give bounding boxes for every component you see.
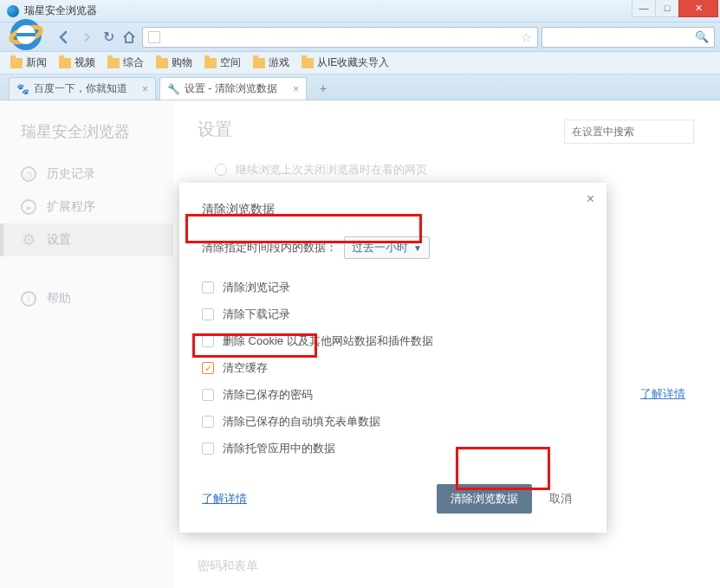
forward-button[interactable] [76,27,97,48]
search-icon[interactable]: 🔍 [695,30,709,43]
bookmark-item[interactable]: 从IE收藏夹导入 [302,55,389,70]
option-label: 清空缓存 [223,360,268,376]
address-input[interactable] [165,31,516,43]
page-heading: 设置 [198,118,232,141]
option-label: 清除已保存的密码 [223,387,313,403]
checkbox-icon[interactable] [202,443,214,455]
wrench-icon: 🔧 [167,83,179,95]
option-passwords[interactable]: 清除已保存的密码 [202,384,584,406]
sidebar-item-history[interactable]: ◷历史记录 [0,158,173,191]
folder-icon [253,58,265,68]
modal-title: 清除浏览数据 [202,202,584,217]
bookmark-label: 综合 [123,55,144,70]
startup-option-row[interactable]: 继续浏览上次关闭浏览器时在看的网页 [215,162,696,178]
option-label: 清除已保存的自动填充表单数据 [223,414,380,430]
toolbar: ↻ ☆ 🔍 [0,23,720,52]
folder-icon [204,58,217,68]
search-bar[interactable]: 🔍 [542,27,715,48]
dropdown-value: 过去一小时 [352,240,408,255]
sidebar-item-settings[interactable]: ⚙设置 [0,223,173,256]
option-autofill[interactable]: 清除已保存的自动填充表单数据 [202,410,584,433]
option-label: 清除浏览记录 [223,280,290,295]
sidebar-item-label: 扩展程序 [47,199,95,215]
checkbox-icon[interactable] [202,389,214,401]
puzzle-icon: ▸ [21,199,36,215]
option-download-history[interactable]: 清除下载记录 [202,303,584,326]
page-icon [148,31,160,43]
option-label: 清除托管应用中的数据 [223,441,335,456]
radio-icon[interactable] [215,164,227,176]
option-label: 删除 Cookie 以及其他网站数据和插件数据 [223,333,433,349]
address-bar[interactable]: ☆ [142,27,538,48]
option-label: 继续浏览上次关闭浏览器时在看的网页 [236,162,427,178]
bookmarks-bar: 新闻 视频 综合 购物 空间 游戏 从IE收藏夹导入 [0,52,720,74]
time-range-dropdown[interactable]: 过去一小时 ▼ [344,236,430,259]
bookmark-item[interactable]: 游戏 [253,55,289,70]
learn-more-link[interactable]: 了解详情 [202,491,247,507]
checkbox-icon[interactable] [202,335,214,347]
sidebar-item-extensions[interactable]: ▸扩展程序 [0,191,173,223]
bookmark-label: 购物 [172,55,192,70]
tab-close-icon[interactable]: × [135,83,148,95]
back-button[interactable] [54,27,75,48]
bookmark-item[interactable]: 购物 [156,55,192,70]
sidebar: 瑞星安全浏览器 ◷历史记录 ▸扩展程序 ⚙设置 i帮助 [0,100,173,588]
time-range-label: 清除指定时间段内的数据： [202,240,337,255]
checkbox-icon[interactable] [202,416,214,428]
titlebar: 瑞星安全浏览器 — □ ✕ [0,0,720,23]
cancel-button[interactable]: 取消 [537,484,584,514]
checkbox-icon[interactable] [202,308,214,320]
browser-logo-icon [7,16,45,54]
folder-icon [156,58,168,68]
bookmark-item[interactable]: 视频 [59,55,95,70]
home-button[interactable] [120,28,139,47]
sidebar-item-label: 设置 [47,232,71,248]
folder-icon [302,58,314,68]
clock-icon: ◷ [21,166,36,182]
option-cookies[interactable]: 删除 Cookie 以及其他网站数据和插件数据 [202,330,584,352]
time-range-row: 清除指定时间段内的数据： 过去一小时 ▼ [202,231,584,264]
app-title: 瑞星安全浏览器 [24,3,632,18]
learn-more-link[interactable]: 了解详情 [640,386,685,402]
option-browsing-history[interactable]: 清除浏览记录 [202,276,584,299]
new-tab-button[interactable]: + [312,79,334,98]
minimize-button[interactable]: — [632,0,656,17]
search-input[interactable] [548,31,695,43]
info-icon: i [21,291,36,307]
favorite-star-icon[interactable]: ☆ [521,30,532,44]
bookmark-item[interactable]: 空间 [204,55,241,70]
bookmark-item[interactable]: 综合 [107,55,144,70]
window-controls: — □ ✕ [632,0,718,17]
clear-data-button[interactable]: 清除浏览数据 [437,484,532,514]
clear-data-modal: × 清除浏览数据 清除指定时间段内的数据： 过去一小时 ▼ 清除浏览记录 清除下… [179,183,606,533]
sidebar-title: 瑞星安全浏览器 [0,113,173,158]
tab-close-icon[interactable]: × [286,83,299,95]
baidu-paw-icon: 🐾 [16,83,29,95]
bookmark-label: 从IE收藏夹导入 [317,55,389,70]
tab-label: 设置 - 清除浏览数据 [185,81,277,96]
content-area: 瑞星安全浏览器 ◷历史记录 ▸扩展程序 ⚙设置 i帮助 设置 继续浏览上次关闭浏… [0,100,720,588]
refresh-button[interactable]: ↻ [99,28,118,47]
folder-icon [107,58,120,68]
checkbox-icon[interactable] [202,281,214,294]
settings-search-input[interactable] [564,120,694,144]
folder-icon [10,58,23,68]
modal-close-icon[interactable]: × [587,191,594,207]
password-section-label: 密码和表单 [198,559,696,574]
option-cache[interactable]: ✓清空缓存 [202,357,584,379]
sidebar-item-help[interactable]: i帮助 [0,282,173,315]
tab-settings[interactable]: 🔧 设置 - 清除浏览数据 × [159,77,307,100]
tab-baidu[interactable]: 🐾 百度一下，你就知道 × [9,77,156,100]
tab-label: 百度一下，你就知道 [34,81,127,96]
folder-icon [59,58,71,68]
bookmark-label: 游戏 [269,55,289,70]
maximize-button[interactable]: □ [655,0,679,17]
checkbox-icon[interactable]: ✓ [202,362,214,374]
sidebar-item-label: 历史记录 [47,166,95,182]
tab-strip: 🐾 百度一下，你就知道 × 🔧 设置 - 清除浏览数据 × + [0,74,720,100]
gear-icon: ⚙ [21,232,36,248]
bookmark-item[interactable]: 新闻 [10,55,47,70]
option-label: 清除下载记录 [223,307,290,322]
close-button[interactable]: ✕ [678,0,718,17]
option-hosted-apps[interactable]: 清除托管应用中的数据 [202,437,584,460]
